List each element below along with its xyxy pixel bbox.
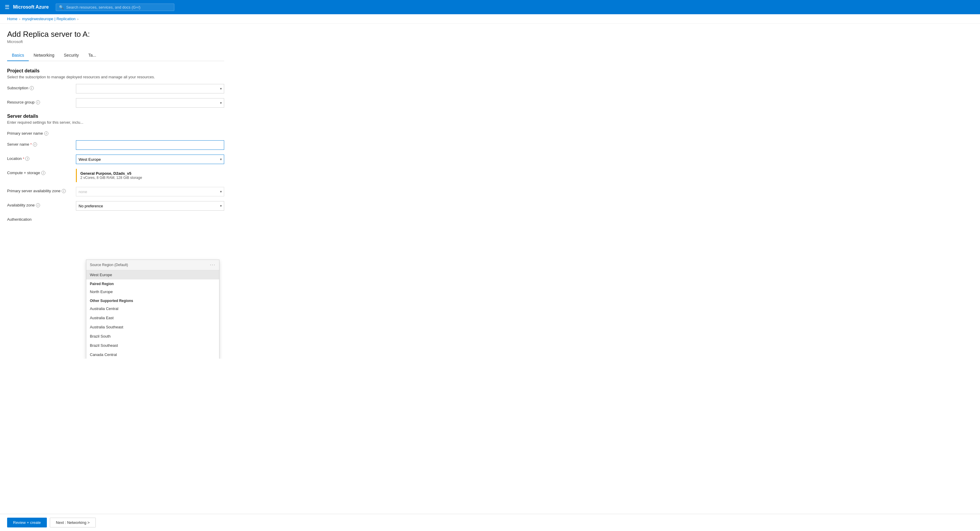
search-input[interactable] xyxy=(66,5,171,10)
breadcrumb-parent[interactable]: mysqlrwesteurope | Replication xyxy=(22,17,75,21)
dropdown-dots-button[interactable]: ··· xyxy=(210,262,216,268)
dropdown-item-canada-central[interactable]: Canada Central xyxy=(86,350,219,359)
resource-group-select[interactable] xyxy=(76,98,224,108)
azure-logo: Microsoft Azure xyxy=(13,5,49,10)
dropdown-group-paired: Paired Region xyxy=(86,279,219,287)
subscription-select[interactable] xyxy=(76,84,224,93)
dropdown-header-label: Source Region (Default) xyxy=(90,263,128,267)
avail-zone-label: Availability zone i xyxy=(7,201,72,207)
server-name-required: * xyxy=(30,143,32,146)
search-icon: 🔍 xyxy=(59,5,64,10)
project-details-header: Project details xyxy=(7,68,224,73)
primary-server-name-info-icon[interactable]: i xyxy=(44,131,48,136)
dropdown-list: West Europe Paired Region North Europe O… xyxy=(86,270,219,359)
primary-avail-zone-select-wrapper: none ▾ xyxy=(76,187,224,196)
compute-title: General Purpose, D2ads_v5 xyxy=(80,171,221,175)
avail-zone-row: Availability zone i No preference 1 2 3 … xyxy=(7,201,224,210)
primary-avail-zone-row: Primary server availability zone i none … xyxy=(7,187,224,196)
dropdown-group-other: Other Supported Regions xyxy=(86,297,219,304)
server-details-section: Server details Enter required settings f… xyxy=(7,113,224,222)
project-details-desc: Select the subscription to manage deploy… xyxy=(7,75,224,79)
resource-group-select-wrapper[interactable]: ▾ xyxy=(76,98,224,108)
server-details-desc: Enter required settings for this server,… xyxy=(7,120,224,124)
location-dropdown: Source Region (Default) ··· West Europe … xyxy=(86,260,220,359)
location-select-wrapper[interactable]: West Europe ▾ xyxy=(76,155,224,164)
dropdown-item-north-europe[interactable]: North Europe xyxy=(86,287,219,297)
top-nav: ☰ Microsoft Azure 🔍 xyxy=(0,0,980,14)
search-bar[interactable]: 🔍 xyxy=(56,3,174,11)
hamburger-icon[interactable]: ☰ xyxy=(5,4,10,10)
dropdown-item-west-europe[interactable]: West Europe xyxy=(86,270,219,279)
compute-storage-info-icon[interactable]: i xyxy=(41,171,45,175)
dropdown-item-australia-central[interactable]: Australia Central xyxy=(86,304,219,313)
dropdown-header: Source Region (Default) ··· xyxy=(86,260,219,270)
auth-row: Authentication xyxy=(7,215,224,222)
primary-avail-zone-info-icon[interactable]: i xyxy=(62,189,66,193)
breadcrumb-sep-1: › xyxy=(19,17,21,21)
breadcrumb: Home › mysqlrwesteurope | Replication › xyxy=(0,14,980,24)
dropdown-item-australia-east[interactable]: Australia East xyxy=(86,313,219,322)
tab-networking[interactable]: Networking xyxy=(29,50,59,61)
tab-bar: Basics Networking Security Ta... xyxy=(7,50,224,61)
dropdown-item-brazil-south[interactable]: Brazil South xyxy=(86,332,219,341)
compute-storage-label: Compute + storage i xyxy=(7,169,72,175)
server-name-label: Server name * i xyxy=(7,140,72,147)
location-select[interactable]: West Europe xyxy=(76,155,224,164)
compute-desc: 2 vCores, 8 GiB RAM, 128 GiB storage xyxy=(80,175,221,180)
tab-tags[interactable]: Ta... xyxy=(84,50,101,61)
avail-zone-select-wrapper[interactable]: No preference 1 2 3 ▾ xyxy=(76,201,224,210)
location-required: * xyxy=(23,157,24,161)
subscription-label: Subscription i xyxy=(7,84,72,90)
compute-box: General Purpose, D2ads_v5 2 vCores, 8 Gi… xyxy=(76,169,224,182)
breadcrumb-sep-2: › xyxy=(77,17,79,21)
tab-basics[interactable]: Basics xyxy=(7,50,29,61)
primary-server-name-label: Primary server name i xyxy=(7,129,72,136)
server-name-info-icon[interactable]: i xyxy=(33,142,37,147)
dropdown-item-australia-southeast[interactable]: Australia Southeast xyxy=(86,322,219,332)
breadcrumb-home[interactable]: Home xyxy=(7,17,18,21)
location-info-icon[interactable]: i xyxy=(25,156,29,161)
avail-zone-control: No preference 1 2 3 ▾ xyxy=(76,201,224,210)
primary-avail-zone-control: none ▾ xyxy=(76,187,224,196)
resource-group-label: Resource group i xyxy=(7,98,72,104)
compute-storage-control: General Purpose, D2ads_v5 2 vCores, 8 Gi… xyxy=(76,169,224,182)
page-subtitle: Microsoft xyxy=(7,40,224,44)
primary-avail-zone-select: none xyxy=(76,187,224,196)
tab-security[interactable]: Security xyxy=(59,50,84,61)
server-details-header: Server details xyxy=(7,113,224,119)
project-details-section: Project details Select the subscription … xyxy=(7,68,224,108)
resource-group-control: ▾ xyxy=(76,98,224,108)
avail-zone-info-icon[interactable]: i xyxy=(36,203,40,207)
subscription-control: ▾ xyxy=(76,84,224,93)
primary-avail-zone-label: Primary server availability zone i xyxy=(7,187,72,193)
location-control: West Europe ▾ xyxy=(76,155,224,164)
compute-storage-row: Compute + storage i General Purpose, D2a… xyxy=(7,169,224,182)
server-name-input[interactable] xyxy=(76,140,224,150)
subscription-row: Subscription i ▾ xyxy=(7,84,224,93)
location-label: Location * i xyxy=(7,155,72,161)
auth-label: Authentication xyxy=(7,215,72,222)
resource-group-info-icon[interactable]: i xyxy=(36,100,40,104)
avail-zone-select[interactable]: No preference 1 2 3 xyxy=(76,201,224,210)
page-container: Add Replica server to A: Microsoft Basic… xyxy=(0,24,231,233)
server-name-control[interactable] xyxy=(76,140,224,150)
page-title: Add Replica server to A: xyxy=(7,30,224,39)
subscription-info-icon[interactable]: i xyxy=(30,86,34,90)
server-name-row: Server name * i xyxy=(7,140,224,150)
dropdown-item-brazil-southeast[interactable]: Brazil Southeast xyxy=(86,341,219,350)
subscription-select-wrapper[interactable]: ▾ xyxy=(76,84,224,93)
primary-server-name-row: Primary server name i xyxy=(7,129,224,136)
resource-group-row: Resource group i ▾ xyxy=(7,98,224,108)
location-row: Location * i West Europe ▾ xyxy=(7,155,224,164)
